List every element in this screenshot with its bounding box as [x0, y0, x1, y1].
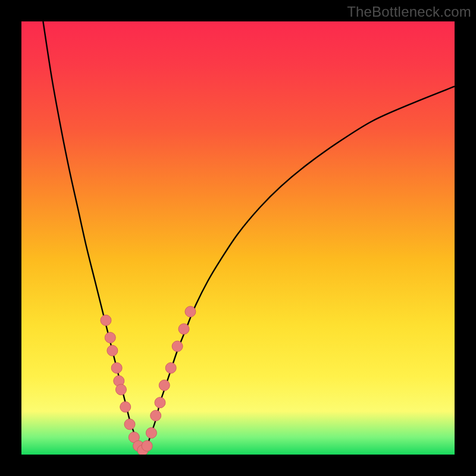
curve-curve-left	[43, 21, 142, 455]
marker-11	[142, 440, 152, 451]
marker-6	[120, 402, 131, 412]
marker-13	[151, 410, 161, 421]
marker-19	[185, 306, 196, 317]
marker-1	[105, 332, 115, 343]
curve-curve-right	[143, 86, 455, 455]
marker-14	[155, 397, 165, 408]
watermark-text: TheBottleneck.com	[347, 4, 471, 20]
marker-2	[107, 345, 118, 356]
data-markers	[101, 306, 196, 455]
marker-16	[165, 362, 176, 373]
plot-area	[21, 21, 455, 455]
marker-0	[101, 315, 111, 325]
chart-svg	[21, 21, 455, 455]
marker-12	[146, 428, 156, 439]
chart-frame: TheBottleneck.com	[0, 0, 476, 476]
curve-lines	[43, 21, 455, 455]
marker-18	[178, 324, 189, 334]
marker-3	[111, 362, 122, 373]
marker-5	[115, 384, 126, 395]
marker-7	[124, 419, 135, 430]
marker-15	[159, 380, 170, 391]
marker-17	[172, 341, 183, 352]
